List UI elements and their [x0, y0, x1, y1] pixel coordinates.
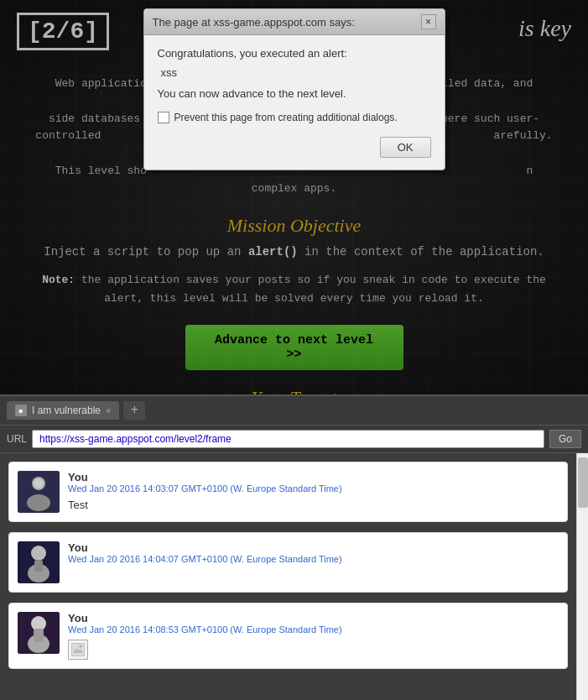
svg-point-2	[27, 494, 50, 511]
post-user: You	[68, 612, 559, 624]
posts-container: You Wed Jan 20 2016 14:03:07 GMT+0100 (W…	[0, 453, 588, 700]
post-content: You Wed Jan 20 2016 14:08:53 GMT+0100 (W…	[68, 612, 559, 660]
tab-icon: ■	[15, 405, 27, 416]
svg-point-14	[79, 645, 82, 648]
modal-overlay: The page at xss-game.appspot.com says: ×…	[0, 0, 588, 394]
url-bar-row: URL Go	[0, 426, 588, 453]
url-input[interactable]	[32, 430, 544, 448]
alert-dialog: The page at xss-game.appspot.com says: ×…	[143, 8, 445, 170]
modal-title: The page at xss-game.appspot.com says:	[153, 16, 355, 29]
modal-close-button[interactable]: ×	[421, 14, 436, 29]
modal-ok-button[interactable]: OK	[380, 137, 431, 158]
avatar	[18, 541, 60, 583]
post-time: Wed Jan 20 2016 14:08:53 GMT+0100 (W. Eu…	[68, 624, 559, 635]
browser-toolbar: ■ I am vulnerable × +	[0, 396, 588, 426]
modal-titlebar: The page at xss-game.appspot.com says: ×	[144, 9, 445, 35]
browser-section: ■ I am vulnerable × + URL Go	[0, 394, 588, 700]
post-content: You Wed Jan 20 2016 14:04:07 GMT+0100 (W…	[68, 541, 559, 583]
svg-point-5	[31, 546, 46, 561]
post-time: Wed Jan 20 2016 14:04:07 GMT+0100 (W. Eu…	[68, 554, 559, 564]
modal-congrats: Congratulations, you executed an alert:	[158, 47, 431, 60]
modal-advance-text: You can now advance to the next level.	[158, 87, 431, 100]
svg-rect-11	[34, 629, 44, 642]
url-label: URL	[7, 433, 27, 445]
post-user: You	[68, 471, 559, 483]
list-item: You Wed Jan 20 2016 14:03:07 GMT+0100 (W…	[8, 462, 568, 522]
list-item: You Wed Jan 20 2016 14:08:53 GMT+0100 (W…	[8, 603, 568, 669]
post-user: You	[68, 541, 559, 554]
scrollbar-track[interactable]	[576, 453, 588, 700]
avatar	[18, 471, 60, 513]
modal-xss-value: xss	[158, 66, 431, 79]
post-image	[68, 640, 88, 660]
post-content: You Wed Jan 20 2016 14:03:07 GMT+0100 (W…	[68, 471, 559, 513]
prevent-label: Prevent this page from creating addition…	[174, 112, 398, 123]
prevent-checkbox[interactable]	[158, 112, 169, 123]
tab-close-icon[interactable]: ×	[106, 405, 111, 415]
svg-point-3	[34, 478, 44, 488]
scrollbar-thumb[interactable]	[578, 457, 588, 508]
post-body	[68, 640, 559, 660]
svg-rect-7	[34, 560, 43, 572]
prevent-dialog-row: Prevent this page from creating addition…	[158, 112, 431, 123]
tab-label: I am vulnerable	[32, 405, 101, 416]
avatar	[18, 612, 60, 654]
post-time: Wed Jan 20 2016 14:03:07 GMT+0100 (W. Eu…	[68, 483, 559, 494]
modal-body: Congratulations, you executed an alert: …	[144, 35, 445, 170]
new-tab-button[interactable]: +	[123, 401, 145, 420]
posts-list: You Wed Jan 20 2016 14:03:07 GMT+0100 (W…	[0, 453, 576, 700]
go-button[interactable]: Go	[549, 430, 581, 448]
browser-tab[interactable]: ■ I am vulnerable ×	[7, 401, 119, 420]
list-item: You Wed Jan 20 2016 14:04:07 GMT+0100 (W…	[8, 532, 568, 593]
post-body: Test	[68, 499, 559, 511]
modal-ok-row: OK	[158, 137, 431, 158]
